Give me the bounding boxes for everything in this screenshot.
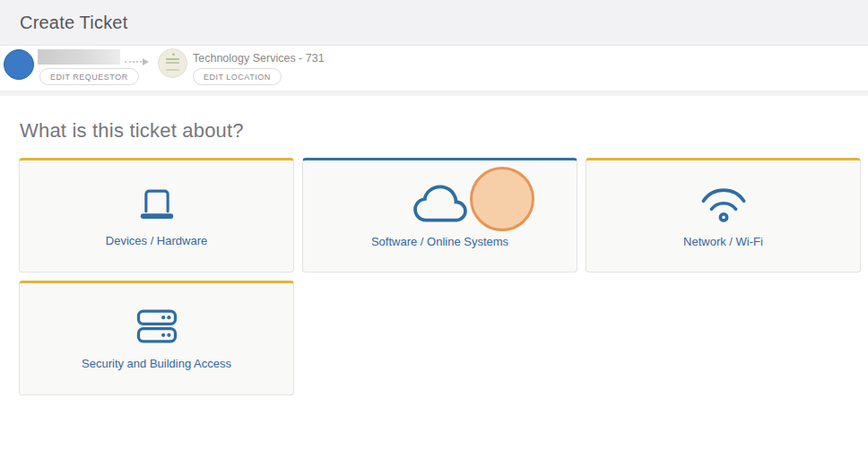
arrow-right-icon xyxy=(125,58,150,67)
card-devices-hardware[interactable]: Devices / Hardware xyxy=(19,158,294,273)
card-label: Devices / Hardware xyxy=(106,234,207,247)
section-divider xyxy=(0,91,868,96)
edit-location-button[interactable]: EDIT LOCATION xyxy=(193,68,282,85)
card-network-wifi[interactable]: Network / Wi-Fi xyxy=(586,158,861,273)
location-name: Technology Services - 731 xyxy=(193,52,325,65)
card-label: Network / Wi-Fi xyxy=(683,235,763,248)
category-card-grid: Devices / Hardware Software / Online Sys… xyxy=(19,158,868,395)
question-heading: What is this ticket about? xyxy=(20,119,868,143)
location-logo-avatar xyxy=(158,48,187,78)
card-label: Security and Building Access xyxy=(82,357,231,370)
requestor-avatar xyxy=(4,49,34,80)
laptop-icon xyxy=(134,185,180,222)
wifi-icon xyxy=(698,184,750,223)
page-title: Create Ticket xyxy=(20,13,127,33)
main-content: What is this ticket about? Devices / Har… xyxy=(0,119,868,395)
requestor-name-redacted xyxy=(38,49,120,65)
click-highlight-circle xyxy=(470,167,534,231)
servers-icon xyxy=(135,307,179,345)
card-security-building-access[interactable]: Security and Building Access xyxy=(19,281,294,395)
card-software-online-systems[interactable]: Software / Online Systems xyxy=(302,158,577,273)
card-label: Software / Online Systems xyxy=(371,235,508,248)
top-header: Create Ticket xyxy=(0,0,868,46)
requestor-bar: EDIT REQUESTOR Technology Services - 731… xyxy=(0,46,868,91)
cloud-icon xyxy=(412,184,468,223)
edit-requestor-button[interactable]: EDIT REQUESTOR xyxy=(39,68,139,85)
